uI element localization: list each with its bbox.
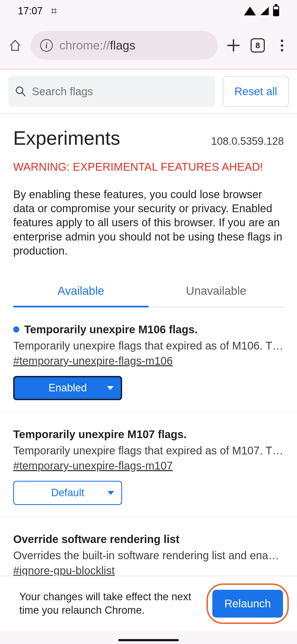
flag-item: Temporarily unexpire M106 flags. Tempora… [0, 307, 297, 412]
search-flags-field[interactable] [8, 76, 215, 107]
flag-title: Temporarily unexpire M106 flags. [24, 323, 198, 336]
new-tab-button[interactable] [225, 37, 242, 54]
url-bar[interactable]: i chrome://flags [31, 31, 218, 60]
tab-count-icon: 8 [251, 38, 265, 53]
flag-anchor-link[interactable]: #temporary-unexpire-flags-m107 [13, 460, 173, 472]
reset-all-button[interactable]: Reset all [223, 76, 289, 107]
overflow-menu-button[interactable] [273, 37, 290, 54]
page-title: Experiments [13, 127, 120, 149]
tab-switcher-button[interactable]: 8 [249, 37, 266, 54]
site-info-icon[interactable]: i [40, 39, 53, 52]
plus-icon [226, 38, 241, 53]
cell-signal-icon [260, 7, 269, 15]
flag-description: Temporarily unexpire flags that expired … [13, 444, 284, 457]
flag-state-select[interactable]: Default [13, 481, 122, 505]
search-icon [15, 86, 26, 97]
more-vert-icon [280, 40, 283, 51]
gesture-nav-handle[interactable] [118, 639, 179, 641]
home-button[interactable] [7, 37, 24, 54]
flag-item: Temporarily unexpire M107 flags. Tempora… [0, 412, 297, 517]
flag-title: Temporarily unexpire M107 flags. [13, 428, 187, 441]
flag-anchor-link[interactable]: #temporary-unexpire-flags-m106 [13, 355, 173, 367]
tab-available[interactable]: Available [13, 277, 148, 307]
flag-title: Override software rendering list [13, 533, 180, 545]
modified-indicator-icon [13, 326, 19, 332]
relaunch-bar: Your changes will take effect the next t… [0, 576, 297, 631]
relaunch-message: Your changes will take effect the next t… [19, 590, 201, 617]
clock: 17:07 [18, 5, 43, 17]
url-text: chrome://flags [59, 39, 135, 52]
flag-description: Temporarily unexpire flags that expired … [13, 340, 284, 352]
chrome-version: 108.0.5359.128 [211, 135, 284, 147]
home-icon [8, 38, 22, 53]
slack-notification-icon: ⌗ [51, 5, 57, 17]
flag-description: Overrides the built-in software renderin… [13, 549, 284, 562]
warning-heading: WARNING: EXPERIMENTAL FEATURES AHEAD! [0, 149, 297, 173]
flag-state-value: Default [51, 487, 84, 499]
status-bar: 17:07 ⌗ [0, 0, 297, 22]
chevron-down-icon [107, 386, 114, 390]
status-icons [244, 6, 279, 16]
svg-point-0 [16, 87, 23, 94]
relaunch-button[interactable]: Relaunch [212, 590, 283, 618]
battery-icon [273, 6, 279, 16]
flags-tabs: Available Unavailable [13, 277, 284, 307]
chevron-down-icon [108, 491, 114, 495]
search-input[interactable] [32, 85, 208, 98]
wifi-icon [244, 7, 256, 15]
tab-unavailable[interactable]: Unavailable [148, 277, 284, 307]
flag-state-value: Enabled [48, 382, 87, 394]
flag-state-select[interactable]: Enabled [13, 376, 122, 400]
flag-anchor-link[interactable]: #ignore-gpu-blocklist [13, 564, 115, 577]
page-content: Reset all Experiments 108.0.5359.128 WAR… [0, 70, 297, 631]
browser-toolbar: i chrome://flags 8 [0, 22, 297, 69]
highlight-annotation: Relaunch [207, 583, 289, 624]
warning-body: By enabling these features, you could lo… [0, 173, 297, 258]
